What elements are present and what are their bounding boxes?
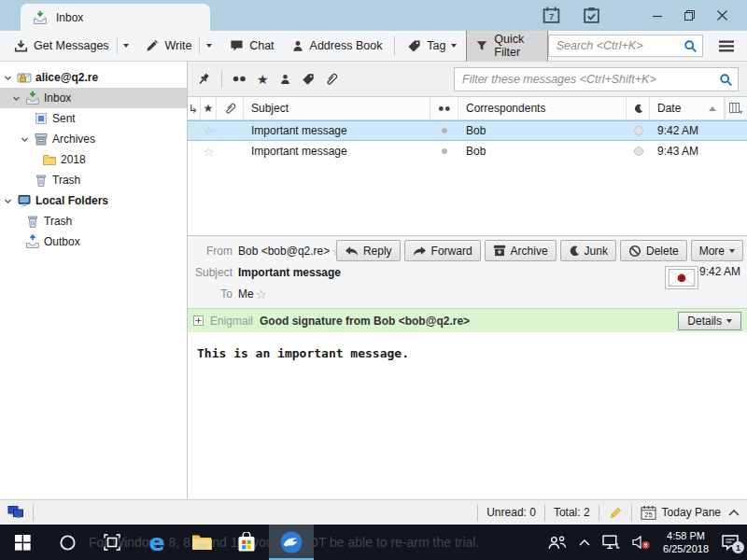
write-dropdown[interactable] <box>202 40 217 51</box>
hidden-icons-chevron[interactable] <box>579 539 590 546</box>
search-icon[interactable] <box>684 39 698 53</box>
global-search-box[interactable] <box>548 35 703 57</box>
people-icon[interactable] <box>547 536 567 550</box>
filter-tag-icon[interactable] <box>302 73 315 86</box>
folder-local-folders[interactable]: Local Folders <box>0 190 187 211</box>
delete-button[interactable]: Delete <box>620 240 687 261</box>
archive-button[interactable]: Archive <box>485 240 557 261</box>
filter-attachment-icon[interactable] <box>325 73 338 86</box>
task-view-button[interactable] <box>90 525 134 560</box>
write-button[interactable]: Write <box>139 35 197 57</box>
online-status-icon[interactable] <box>7 505 24 521</box>
twisty-icon[interactable] <box>3 74 13 82</box>
tasks-tab-icon[interactable] <box>582 6 601 25</box>
from-value[interactable]: Bob <bob@q2.re> <box>238 245 330 258</box>
column-junk[interactable] <box>627 97 650 119</box>
message-row[interactable]: ☆ Important message Bob 9:43 AM <box>188 141 747 161</box>
column-attachments[interactable] <box>217 97 244 119</box>
folder-trash[interactable]: Trash <box>0 170 187 190</box>
network-tray-icon[interactable] <box>602 535 620 550</box>
junk-button[interactable]: Junk <box>560 240 616 261</box>
message-filter-box[interactable] <box>454 67 739 91</box>
pin-icon[interactable] <box>196 72 211 87</box>
folder-local-trash[interactable]: Trash <box>0 211 187 231</box>
restore-button[interactable] <box>684 9 696 21</box>
twisty-icon[interactable] <box>20 135 30 144</box>
quick-filter-toggle[interactable]: Quick Filter <box>466 29 547 63</box>
archive-folder-icon <box>34 132 49 147</box>
volume-muted-icon[interactable] <box>632 535 651 550</box>
store-taskbar-icon[interactable] <box>224 525 269 560</box>
chat-button[interactable]: Chat <box>224 35 279 56</box>
filter-starred-icon[interactable]: ★ <box>257 72 269 87</box>
chevron-down-icon <box>451 44 457 48</box>
get-messages-dropdown[interactable] <box>119 40 134 51</box>
read-indicator-icon[interactable] <box>442 148 447 154</box>
filter-contact-icon[interactable] <box>279 73 291 86</box>
folder-account[interactable]: alice@q2.re <box>0 67 187 88</box>
more-button[interactable]: More <box>691 240 743 261</box>
column-picker-button[interactable] <box>725 97 747 119</box>
app-menu-button[interactable] <box>714 36 739 56</box>
calendar-tab-icon[interactable]: 7 <box>542 6 561 25</box>
from-label: From <box>188 245 233 258</box>
message-row[interactable]: ☆ Important message Bob 9:42 AM <box>188 120 747 141</box>
compose-pencil-icon[interactable] <box>608 506 623 520</box>
column-starred[interactable]: ★ <box>201 97 217 119</box>
column-correspondents[interactable]: Correspondents <box>458 97 627 119</box>
message-subject: Important message <box>251 145 347 158</box>
to-value[interactable]: Me <box>238 287 254 301</box>
folder-outbox[interactable]: Outbox <box>0 231 187 252</box>
search-input[interactable] <box>549 35 702 56</box>
titlebar: Inbox 7 <box>0 0 747 31</box>
folder-archives[interactable]: Archives <box>0 129 187 149</box>
enigmail-status-text: Good signature from Bob <bob@q2.re> <box>260 315 470 328</box>
signed-message-icon[interactable] <box>665 266 698 289</box>
thread-list-header: ★ Subject Correspondents Date <box>188 97 747 120</box>
toolbar-separator <box>394 36 395 55</box>
search-icon[interactable] <box>719 73 733 87</box>
action-center-button[interactable]: 1 <box>721 534 740 551</box>
column-thread[interactable] <box>188 97 201 119</box>
get-messages-button[interactable]: Get Messages <box>8 35 115 57</box>
tab-inbox[interactable]: Inbox <box>21 4 210 31</box>
star-outline-icon[interactable]: ☆ <box>204 145 215 159</box>
file-explorer-taskbar-icon[interactable] <box>179 525 224 560</box>
junk-indicator-icon[interactable] <box>634 126 643 135</box>
minimize-button[interactable] <box>652 10 663 21</box>
close-button[interactable] <box>716 9 728 21</box>
twisty-icon[interactable] <box>3 197 13 205</box>
tag-icon <box>407 39 421 53</box>
folder-inbox[interactable]: Inbox <box>0 88 187 108</box>
funnel-icon <box>475 39 488 52</box>
details-button[interactable]: Details <box>678 312 741 330</box>
column-date[interactable]: Date <box>650 97 725 119</box>
star-outline-icon[interactable]: ☆ <box>256 287 267 301</box>
cortana-button[interactable] <box>45 525 90 560</box>
taskbar-clock[interactable]: 4:58 PM 6/25/2018 <box>663 529 709 556</box>
star-outline-icon[interactable]: ☆ <box>204 124 215 138</box>
junk-indicator-icon[interactable] <box>634 147 643 156</box>
filter-unread-icon[interactable] <box>233 75 247 83</box>
expander-plus-icon[interactable] <box>193 315 204 326</box>
windows-taskbar: For Windows 8, 8.1 and 10, you will NOT … <box>0 525 747 560</box>
chevron-down-icon <box>206 44 212 48</box>
folder-icon <box>42 152 57 167</box>
reply-button[interactable]: Reply <box>336 240 401 261</box>
column-read[interactable] <box>430 97 458 119</box>
folder-2018[interactable]: 2018 <box>0 149 187 170</box>
start-button[interactable] <box>0 525 45 560</box>
address-book-button[interactable]: Address Book <box>286 35 388 57</box>
read-indicator-icon[interactable] <box>442 128 447 133</box>
thunderbird-taskbar-icon[interactable] <box>269 525 314 560</box>
forward-button[interactable]: Forward <box>404 240 481 261</box>
divider <box>221 71 222 88</box>
twisty-icon[interactable] <box>11 94 21 103</box>
filter-input[interactable] <box>455 68 738 91</box>
divider <box>33 505 34 521</box>
edge-taskbar-icon[interactable]: e <box>134 525 179 560</box>
folder-sent[interactable]: Sent <box>0 108 187 129</box>
today-pane-toggle[interactable]: 25 Today Pane <box>641 505 740 520</box>
column-subject[interactable]: Subject <box>244 97 430 119</box>
tag-button[interactable]: Tag <box>402 35 462 57</box>
